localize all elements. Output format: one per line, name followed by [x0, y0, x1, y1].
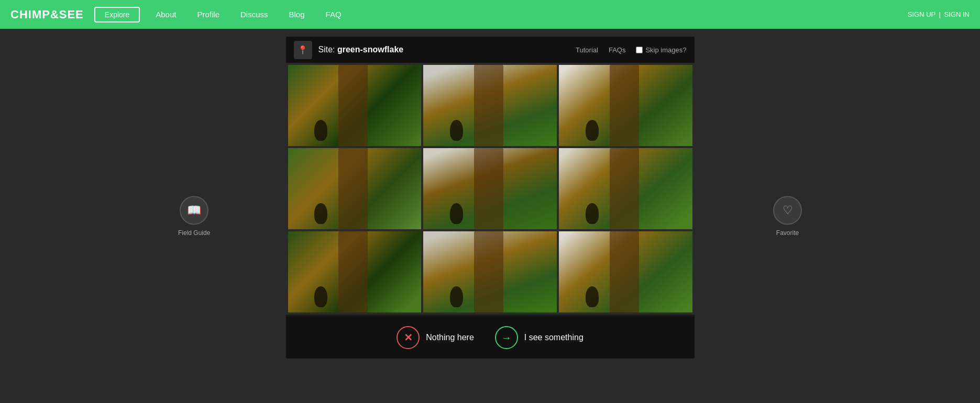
site-prefix: Site: — [318, 45, 335, 54]
auth-separator: | — [939, 10, 941, 18]
nothing-here-icon: ✕ — [397, 326, 420, 349]
grid-image-6[interactable] — [559, 148, 692, 229]
i-see-something-icon: → — [495, 326, 518, 349]
nav-about-link[interactable]: About — [145, 10, 186, 19]
faqs-link[interactable]: FAQs — [609, 46, 626, 54]
favorite-button[interactable]: ♡ — [773, 196, 802, 225]
field-guide-label: Field Guide — [178, 229, 210, 236]
heart-icon: ♡ — [783, 204, 793, 217]
site-header-bar: 📍 Site: green-snowflake Tutorial FAQs Sk… — [286, 37, 695, 63]
nav-discuss-link[interactable]: Discuss — [230, 10, 279, 19]
favorite-label: Favorite — [776, 229, 799, 236]
skip-images-checkbox[interactable] — [636, 47, 643, 53]
x-icon: ✕ — [404, 331, 413, 344]
main-content: 📖 Field Guide 📍 Site: green-snowflake Tu… — [0, 29, 980, 403]
right-sidebar: ♡ Favorite — [773, 196, 802, 236]
grid-image-2[interactable] — [423, 65, 557, 146]
nav-blog-link[interactable]: Blog — [279, 10, 315, 19]
nothing-here-label: Nothing here — [426, 333, 474, 342]
field-guide-button[interactable]: 📖 — [180, 196, 208, 225]
left-sidebar: 📖 Field Guide — [178, 196, 210, 236]
main-nav: Explore About Profile Discuss Blog FAQ — [94, 7, 908, 23]
site-controls: Tutorial FAQs Skip images? — [576, 46, 686, 54]
field-guide-icon: 📖 — [187, 204, 201, 217]
grid-image-7[interactable] — [288, 231, 422, 312]
content-panel: 📍 Site: green-snowflake Tutorial FAQs Sk… — [286, 37, 695, 359]
grid-image-1[interactable] — [288, 65, 422, 146]
skip-images-label: Skip images? — [645, 46, 686, 54]
grid-image-8[interactable] — [423, 231, 557, 312]
auth-links: SIGN UP | SIGN IN — [908, 10, 970, 18]
grid-image-5[interactable] — [423, 148, 557, 229]
nav-explore-button[interactable]: Explore — [94, 7, 140, 23]
arrow-icon: → — [501, 332, 512, 344]
main-header: CHIMP&SEE Explore About Profile Discuss … — [0, 0, 980, 29]
nothing-here-button[interactable]: ✕ Nothing here — [397, 326, 474, 349]
nav-faq-link[interactable]: FAQ — [315, 10, 352, 19]
location-pin-icon: 📍 — [298, 45, 308, 55]
site-name: green-snowflake — [337, 45, 403, 54]
grid-image-3[interactable] — [559, 65, 692, 146]
location-icon-button[interactable]: 📍 — [294, 41, 312, 59]
nav-profile-link[interactable]: Profile — [186, 10, 230, 19]
grid-image-9[interactable] — [559, 231, 692, 312]
image-grid — [286, 63, 695, 315]
action-bar: ✕ Nothing here → I see something — [286, 317, 695, 359]
site-title: Site: green-snowflake — [318, 45, 570, 54]
skip-images-control[interactable]: Skip images? — [636, 46, 686, 54]
tutorial-link[interactable]: Tutorial — [576, 46, 598, 54]
i-see-something-button[interactable]: → I see something — [495, 326, 583, 349]
grid-image-4[interactable] — [288, 148, 422, 229]
signin-link[interactable]: SIGN IN — [944, 10, 970, 18]
signup-link[interactable]: SIGN UP — [908, 10, 935, 18]
site-logo: CHIMP&SEE — [10, 8, 84, 21]
i-see-something-label: I see something — [524, 333, 583, 342]
